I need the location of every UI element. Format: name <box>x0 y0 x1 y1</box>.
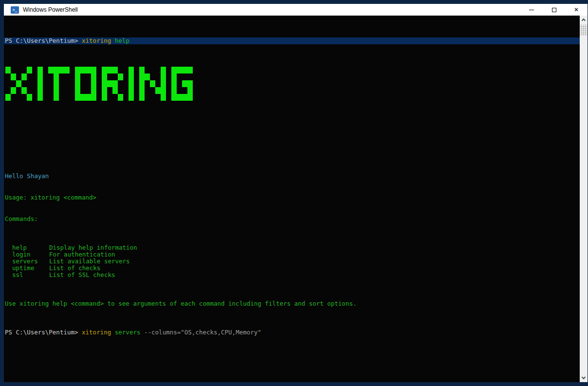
logo-pixel-on <box>27 94 32 101</box>
logo-pixel-off <box>150 67 155 74</box>
logo-pixel-on <box>5 94 11 101</box>
prompt-1: PS C:\Users\Pentium> <box>5 37 82 44</box>
logo-pixel-on <box>129 87 134 94</box>
logo-pixel-off <box>70 94 75 101</box>
logo-pixel-on <box>48 67 54 74</box>
logo-pixel-off <box>96 80 102 87</box>
scroll-down-button[interactable] <box>580 374 588 382</box>
chevron-down-icon <box>582 375 586 379</box>
logo-pixel-off <box>43 80 48 87</box>
logo-pixel-off <box>64 94 70 101</box>
logo-pixel-off <box>145 94 150 101</box>
scrollbar[interactable] <box>580 16 588 382</box>
logo-pixel-on <box>11 74 16 80</box>
logo-pixel-off <box>96 74 102 80</box>
logo-pixel-on <box>80 67 86 74</box>
logo-pixel-off <box>11 80 16 87</box>
logo-pixel-on <box>102 74 107 80</box>
logo-pixel-off <box>177 87 182 94</box>
scroll-thumb[interactable] <box>580 24 588 36</box>
logo-pixel-on <box>139 87 145 94</box>
logo-pixel-off <box>32 74 37 80</box>
scroll-up-button[interactable] <box>580 16 588 24</box>
logo-pixel-off <box>64 80 70 87</box>
command-help-row: loginFor authentication <box>5 251 580 258</box>
logo-pixel-on <box>102 87 107 94</box>
logo-pixel-off <box>32 67 37 74</box>
logo-pixel-off <box>59 74 64 80</box>
command-2-args: servers <box>111 329 144 336</box>
logo-pixel-off <box>166 67 171 74</box>
logo-pixel-off <box>32 80 37 87</box>
logo-pixel-on <box>27 67 32 74</box>
terminal-viewport[interactable]: PS C:\Users\Pentium> xitoring help Hello… <box>4 16 580 382</box>
logo-pixel-on <box>187 67 193 74</box>
logo-pixel-on <box>80 94 86 101</box>
window-title: Windows PowerShell <box>23 6 78 13</box>
close-button[interactable]: ✕ <box>565 4 588 16</box>
logo-pixel-off <box>86 87 91 94</box>
logo-pixel-off <box>27 87 32 94</box>
logo-pixel-on <box>171 94 177 101</box>
logo-pixel-on <box>171 74 177 80</box>
command-2-flags: --columns="OS,checks,CPU,Memory" <box>144 329 261 336</box>
logo-row <box>5 74 580 80</box>
logo-pixel-on <box>86 67 91 74</box>
command-line-2: PS C:\Users\Pentium> xitoring servers --… <box>5 329 580 336</box>
logo-pixel-on <box>118 74 123 80</box>
logo-pixel-off <box>70 74 75 80</box>
logo-pixel-off <box>96 94 102 101</box>
logo-pixel-off <box>48 80 54 87</box>
logo-pixel-on <box>161 87 166 94</box>
logo-pixel-on <box>37 67 43 74</box>
logo-pixel-on <box>187 80 193 87</box>
usage-text: Usage: xitoring <command> <box>5 194 580 201</box>
logo-pixel-on <box>118 94 123 101</box>
logo-pixel-off <box>134 94 139 101</box>
logo-pixel-off <box>70 80 75 87</box>
logo-pixel-off <box>155 74 161 80</box>
logo-pixel-on <box>171 67 177 74</box>
logo-pixel-off <box>11 94 16 101</box>
minimize-button[interactable] <box>520 4 543 16</box>
command-description: For authentication <box>49 251 115 258</box>
logo-pixel-off <box>118 67 123 74</box>
logo-pixel-off <box>59 94 64 101</box>
logo-pixel-off <box>48 87 54 94</box>
logo-pixel-off <box>80 87 86 94</box>
logo-pixel-off <box>21 80 27 87</box>
command-name: help <box>12 244 49 251</box>
logo-pixel-off <box>177 80 182 87</box>
command-2-exe: xitoring <box>82 329 111 336</box>
window-controls: ✕ <box>520 4 588 16</box>
logo-pixel-off <box>166 74 171 80</box>
logo-pixel-off <box>16 67 21 74</box>
logo-pixel-on <box>86 94 91 101</box>
logo-pixel-off <box>80 80 86 87</box>
logo-pixel-off <box>107 94 112 101</box>
command-name: login <box>12 251 49 258</box>
blank-line <box>5 379 580 382</box>
logo-pixel-off <box>112 94 118 101</box>
logo-pixel-on <box>187 94 193 101</box>
logo-pixel-on <box>64 67 70 74</box>
command-description: Display help information <box>49 244 137 251</box>
logo-pixel-on <box>161 67 166 74</box>
logo-pixel-on <box>107 67 112 74</box>
logo-pixel-off <box>134 80 139 87</box>
logo-pixel-off <box>16 94 21 101</box>
logo-pixel-on <box>75 74 80 80</box>
logo-pixel-on <box>54 74 59 80</box>
logo-row <box>5 94 580 101</box>
logo-pixel-off <box>32 94 37 101</box>
logo-pixel-off <box>16 87 21 94</box>
logo-pixel-off <box>48 74 54 80</box>
commands-label: Commands: <box>5 216 580 222</box>
logo-pixel-off <box>166 94 171 101</box>
logo-pixel-off <box>150 94 155 101</box>
logo-pixel-off <box>80 74 86 80</box>
command-description: List available servers <box>49 257 130 265</box>
maximize-button[interactable] <box>543 4 565 16</box>
title-bar[interactable]: >_ Windows PowerShell ✕ <box>4 4 588 16</box>
logo-pixel-off <box>86 80 91 87</box>
